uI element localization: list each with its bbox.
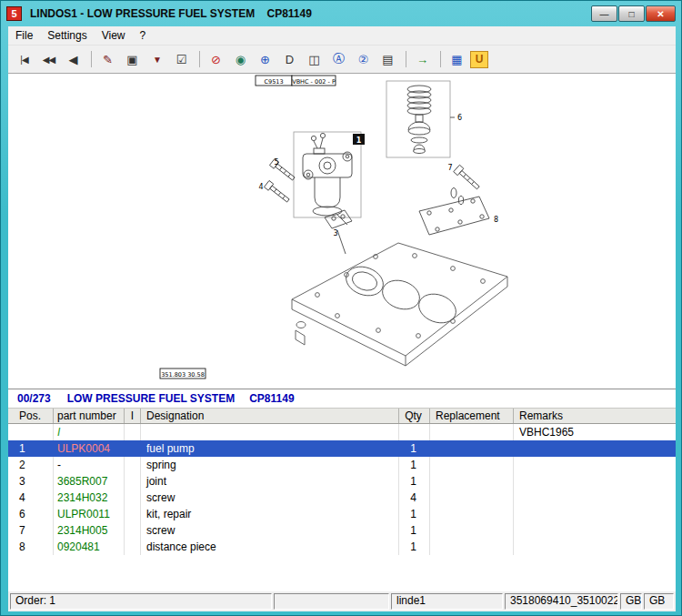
copy-page-button[interactable]: ▣ <box>121 48 144 70</box>
table-row[interactable]: 8 0920481 distance piece 1 <box>8 539 676 555</box>
table-row-selected[interactable]: 1 ULPK0004 fuel pump 1 <box>8 440 676 457</box>
cell-qty <box>399 424 430 440</box>
toolbar-separator <box>440 51 441 67</box>
app-icon: 5 <box>6 6 22 21</box>
cell-pos: 3 <box>8 473 54 490</box>
edit-note-button[interactable]: ✎ <box>96 48 119 70</box>
cell-pos: 6 <box>8 506 54 522</box>
cell-designation: screw <box>141 490 399 506</box>
cell-pos: 1 <box>8 440 54 457</box>
prev-fast-button[interactable]: ◀◀ <box>37 48 60 70</box>
table-row[interactable]: 2 - spring 1 <box>8 457 676 473</box>
title-bar: 5 LINDOS1 - LOW PRESSURE FUEL SYSTEM CP8… <box>1 1 681 26</box>
cell-replacement <box>430 440 514 457</box>
cell-qty: 4 <box>399 490 430 506</box>
col-i: I <box>125 409 141 423</box>
filter-button[interactable]: ▼ <box>145 48 168 70</box>
menu-file[interactable]: File <box>8 27 40 44</box>
app-window: 5 LINDOS1 - LOW PRESSURE FUEL SYSTEM CP8… <box>0 0 682 616</box>
cell-i <box>125 440 141 457</box>
menu-help[interactable]: ? <box>133 27 154 44</box>
menu-view[interactable]: View <box>95 27 133 44</box>
drawing-number-label: 351.803 30.58 <box>160 369 206 379</box>
cell-remarks <box>514 457 676 473</box>
col-remarks: Remarks <box>514 409 676 423</box>
circle-2-button[interactable]: ② <box>352 48 375 70</box>
close-button[interactable]: ✕ <box>646 5 676 22</box>
minimize-button[interactable]: — <box>591 5 617 22</box>
status-reference: 3518069410_3510022 <box>505 593 618 610</box>
cell-pos: 2 <box>8 457 54 473</box>
mosaic-button[interactable]: ▦ <box>446 48 468 70</box>
table-header: Pos. part number I Designation Qty Repla… <box>8 408 676 424</box>
pages-button[interactable]: ◫ <box>303 48 326 70</box>
prev-button[interactable]: ◀ <box>62 48 85 70</box>
first-record-button[interactable]: |◀ <box>13 48 35 70</box>
table-row[interactable]: 3 3685R007 joint 1 <box>8 473 676 490</box>
print-button[interactable]: ▤ <box>376 48 399 70</box>
exit-button[interactable]: → <box>411 48 434 70</box>
table-row[interactable]: 6 ULPR0011 kit, repair 1 <box>8 506 676 522</box>
table-row[interactable]: I VBHC1965 <box>8 424 676 440</box>
cell-part-number: 3685R007 <box>54 473 125 490</box>
cell-designation: fuel pump <box>141 440 399 457</box>
table-row[interactable]: 4 2314H032 screw 4 <box>8 490 676 506</box>
status-language-1: GB <box>620 593 642 610</box>
sheet-code-label: C9513 VBHC - 002 - P <box>256 76 336 86</box>
cell-qty: 1 <box>399 522 430 539</box>
col-pos: Pos. <box>8 409 54 423</box>
window-title: LINDOS1 - LOW PRESSURE FUEL SYSTEM CP811… <box>30 7 312 20</box>
cell-replacement <box>430 424 514 440</box>
svg-text:351.803 30.58: 351.803 30.58 <box>161 371 205 379</box>
cell-i <box>125 506 141 522</box>
status-order: Order: 1 <box>10 593 272 610</box>
cell-remarks <box>514 440 676 457</box>
cell-i <box>125 424 141 440</box>
toolbar-separator <box>199 51 200 67</box>
callout-screw-a: 4 <box>258 183 263 191</box>
cell-designation: kit, repair <box>141 506 399 522</box>
cell-remarks <box>514 506 676 522</box>
cell-pos: 8 <box>8 539 54 555</box>
col-replacement: Replacement <box>430 409 514 423</box>
maximize-button[interactable]: □ <box>618 5 645 22</box>
globe-button[interactable]: ◉ <box>229 48 252 70</box>
cell-i <box>125 473 141 490</box>
menu-settings[interactable]: Settings <box>40 27 94 44</box>
cell-pos: 7 <box>8 522 54 539</box>
zoom-button[interactable]: ⊕ <box>254 48 276 70</box>
cell-replacement <box>430 490 514 506</box>
cell-part-number: 0920481 <box>54 539 125 555</box>
page-d-button[interactable]: D <box>278 48 301 70</box>
u-tool-button[interactable]: U <box>470 51 488 68</box>
cell-designation <box>141 424 399 440</box>
check-list-button[interactable]: ☑ <box>170 48 193 70</box>
toolbar: |◀ ◀◀ ◀ ✎ ▣ ▼ ☑ ⊘ ◉ ⊕ D ◫ Ⓐ ② ▤ → ▦ U <box>8 45 676 74</box>
table-row[interactable]: 7 2314H005 screw 1 <box>8 522 676 539</box>
callout-fuel-pump: 1 <box>356 136 362 145</box>
status-field-2 <box>274 593 389 610</box>
cell-part-number: ULPR0011 <box>54 506 125 522</box>
diagram-canvas: C9513 VBHC - 002 - P 6 <box>8 74 676 389</box>
engine-block-drawing <box>292 243 507 366</box>
joint-gasket-drawing: 3 <box>325 210 352 254</box>
fuel-pump-drawing: 1 <box>294 132 365 225</box>
parts-table-section: 00/273 LOW PRESSURE FUEL SYSTEM CP81149 … <box>8 389 676 591</box>
col-designation: Designation <box>141 409 399 423</box>
toolbar-separator <box>91 51 92 67</box>
callout-distance-piece: 8 <box>494 216 498 224</box>
cell-designation: spring <box>141 457 399 473</box>
cell-i <box>125 539 141 555</box>
cell-qty: 1 <box>399 457 430 473</box>
circle-a-button[interactable]: Ⓐ <box>327 48 350 70</box>
cell-remarks <box>514 473 676 490</box>
toolbar-separator <box>406 51 406 67</box>
col-qty: Qty <box>399 409 430 423</box>
status-bar: Order: 1 linde1 3518069410_3510022 GB GB <box>8 591 676 611</box>
cell-pos <box>8 424 54 440</box>
section-name: LOW PRESSURE FUEL SYSTEM <box>67 392 235 405</box>
cell-part-number: 2314H032 <box>54 490 125 506</box>
callout-joint: 3 <box>333 229 337 237</box>
section-title: 00/273 LOW PRESSURE FUEL SYSTEM CP81149 <box>8 389 676 408</box>
no-marking-button[interactable]: ⊘ <box>205 48 227 70</box>
